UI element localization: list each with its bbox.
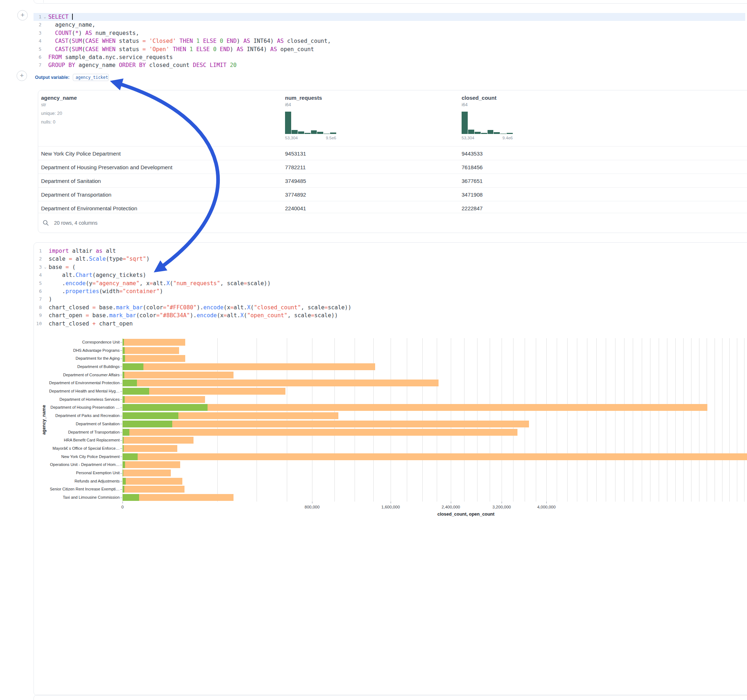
results-table: agency_namestrunique: 20nulls: 0num_requ… [38, 90, 747, 233]
column-name: agency_name [41, 95, 77, 101]
histogram-range-labels: 53,3049.4e6 [461, 136, 513, 140]
x-axis-tick [391, 502, 391, 503]
y-axis-tick [120, 489, 122, 490]
bar-closed_count [122, 461, 180, 468]
gridline [577, 338, 577, 502]
column-header-num_requests[interactable]: num_requestsi6453,3049.5e6 [285, 95, 336, 140]
code-line[interactable]: 3 COUNT(*) AS num_requests, [33, 29, 745, 37]
gridline [691, 338, 691, 502]
x-axis-tick [451, 502, 451, 503]
table-row[interactable]: New York City Police Department945313194… [38, 146, 747, 160]
y-axis-label: Department of Environmental Protection [39, 381, 119, 385]
y-axis-label: Department of Transportation [39, 430, 119, 434]
gridline [217, 338, 218, 502]
table-header: agency_namestrunique: 20nulls: 0num_requ… [38, 91, 747, 146]
bar-open_count [122, 445, 124, 452]
table-row[interactable]: Department of Transportation377489234719… [38, 187, 747, 201]
column-type: i64 [461, 102, 513, 107]
bar-open_count [122, 339, 124, 345]
bar-closed_count [122, 339, 185, 345]
gridline [407, 338, 407, 502]
bar-closed_count [122, 347, 179, 354]
y-axis-label: Taxi and Limousine Commission [39, 495, 119, 499]
code-text: CAST(SUM(CASE WHEN status = 'Closed' THE… [48, 37, 331, 45]
table-body: New York City Police Department945313194… [38, 146, 747, 214]
search-icon[interactable] [42, 220, 49, 226]
y-axis-label: Department of Health and Mental Hyg… [39, 389, 119, 393]
line-number: 3 [33, 29, 41, 37]
y-axis-tick [120, 473, 122, 474]
add-cell-button[interactable]: + [17, 71, 27, 81]
y-axis-label: Operations Unit - Department of Hom… [39, 462, 119, 467]
bar-open_count [122, 347, 125, 354]
table-cell: Department of Sanitation [41, 178, 101, 184]
code-line[interactable]: 5 CAST(SUM(CASE WHEN status = 'Open' THE… [33, 45, 745, 53]
y-axis-label: Personal Exemption Unit [39, 471, 119, 475]
y-axis-tick [120, 448, 122, 449]
gridline [707, 338, 707, 502]
gridline [729, 338, 730, 502]
gridline [122, 338, 123, 502]
notebook-canvas: + + 1⌄SELECT 2 agency_name,3 COUNT(*) AS… [0, 0, 747, 700]
x-axis-tick [502, 502, 502, 503]
x-axis-label: 800,000 [304, 505, 320, 509]
bar-closed_count [122, 429, 517, 436]
y-axis-tick [120, 457, 122, 457]
column-header-agency_name[interactable]: agency_namestrunique: 20nulls: 0 [41, 95, 77, 125]
code-line[interactable]: 1⌄SELECT [33, 13, 745, 21]
table-footer: 20 rows, 4 columns [38, 213, 747, 232]
gridline [615, 338, 615, 502]
y-axis-tick [120, 432, 122, 433]
sql-editor[interactable]: 1⌄SELECT 2 agency_name,3 COUNT(*) AS num… [33, 13, 745, 69]
previous-cell-gutter-line [43, 0, 44, 3]
code-line[interactable]: 2 agency_name, [33, 21, 745, 29]
gridline [422, 338, 423, 502]
bar-closed_count [122, 396, 205, 403]
column-name: num_requests [285, 95, 336, 101]
y-axis-tick [120, 416, 122, 416]
y-axis-tick [120, 342, 122, 342]
gridline [513, 338, 514, 502]
y-axis-tick [120, 391, 122, 392]
gridline [722, 338, 723, 502]
x-axis-label: 4,000,000 [537, 505, 556, 509]
y-axis-label: Mayorâ€ s Office of Special Enforce… [39, 446, 119, 451]
code-line[interactable]: 4 CAST(SUM(CASE WHEN status = 'Closed' T… [33, 37, 745, 45]
gridline [624, 338, 625, 502]
gridline [659, 338, 659, 502]
table-row[interactable]: Department of Sanitation37494853677651 [38, 173, 747, 187]
x-axis-tick [546, 502, 547, 503]
y-axis-title: agency_name [41, 405, 47, 435]
bar-open_count [122, 380, 137, 386]
output-variable-chip[interactable]: agency_tickets [73, 74, 109, 81]
column-meta: unique: 20 [41, 111, 77, 116]
altair-chart: Correspondence UnitDHS Advantage Program… [34, 243, 747, 695]
line-number: 5 [33, 45, 41, 53]
code-line[interactable]: 7GROUP BY agency_name ORDER BY closed_co… [33, 61, 745, 69]
bar-closed_count [122, 469, 171, 477]
column-header-closed_count[interactable]: closed_counti6453,3049.4e6 [461, 95, 513, 140]
y-axis-label: DHS Advantage Programs [39, 348, 119, 353]
gridline [546, 338, 547, 502]
y-axis-tick [120, 375, 122, 375]
gridline [587, 338, 587, 502]
y-axis-tick [120, 465, 122, 465]
y-axis-label: Department of Consumer Affairs [39, 373, 119, 377]
fold-chevron-icon[interactable]: ⌄ [41, 13, 48, 21]
table-row[interactable]: Department of Housing Preservation and D… [38, 160, 747, 173]
gridline [464, 338, 464, 502]
row-count-label: 20 rows, 4 columns [54, 220, 98, 226]
code-line[interactable]: 6FROM sample_data.nyc.service_requests [33, 53, 745, 61]
y-axis-label: Department of Homeless Services [39, 397, 119, 401]
gridline [683, 338, 683, 502]
x-axis-label: 3,200,000 [493, 505, 511, 509]
y-axis-label: Department of Sanitation [39, 422, 119, 426]
y-axis-tick [120, 481, 122, 481]
code-text: CAST(SUM(CASE WHEN status = 'Open' THEN … [48, 45, 314, 53]
bar-open_count [122, 461, 125, 468]
bar-open_count [122, 453, 138, 460]
add-cell-button[interactable]: + [17, 10, 28, 21]
y-axis-tick [120, 407, 122, 408]
bar-closed_count [122, 404, 708, 411]
gridline [355, 338, 355, 502]
